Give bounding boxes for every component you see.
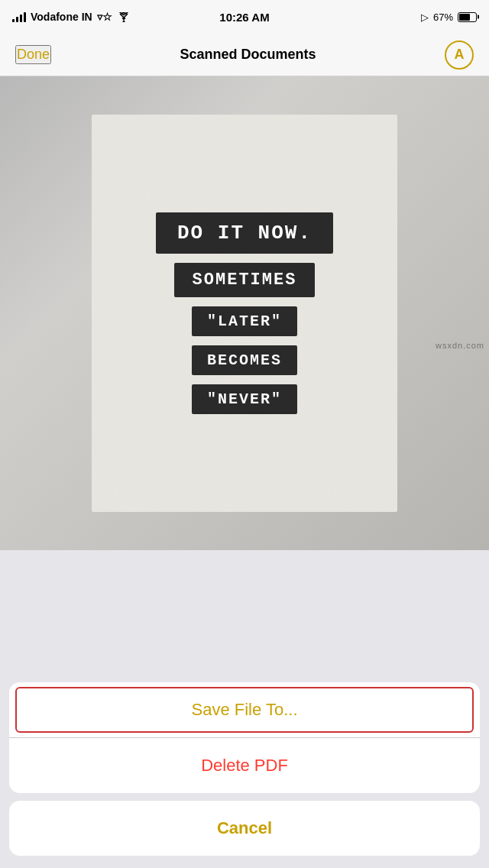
document-paper: DO IT NOW. SOMETIMES "LATER" BECOMES "NE…	[92, 115, 397, 512]
battery-fill	[459, 14, 470, 21]
quote-line-4: BECOMES	[192, 345, 297, 375]
status-left: Vodafone IN ▿☆	[12, 11, 131, 23]
delete-pdf-button[interactable]: Delete PDF	[9, 738, 480, 793]
wifi-icon	[117, 12, 131, 22]
watermark: wsxdn.com	[431, 339, 489, 351]
quote-line-2: SOMETIMES	[174, 263, 316, 297]
action-sheet-group: Save File To... Delete PDF	[9, 682, 480, 793]
quote-line-1: DO IT NOW.	[156, 212, 333, 254]
page-title: Scanned Documents	[180, 47, 316, 63]
avatar[interactable]: A	[445, 40, 474, 70]
action-sheet: Save File To... Delete PDF Cancel	[0, 682, 489, 868]
carrier-label: Vodafone IN	[31, 11, 92, 23]
navigation-bar: Done Scanned Documents A	[0, 34, 489, 76]
status-right: ▷ 67%	[421, 11, 477, 23]
done-button[interactable]: Done	[15, 45, 51, 64]
cancel-button[interactable]: Cancel	[9, 801, 480, 856]
document-preview: DO IT NOW. SOMETIMES "LATER" BECOMES "NE…	[0, 76, 489, 550]
battery-icon	[458, 12, 477, 22]
signal-icon	[12, 11, 26, 22]
quote-line-3: "LATER"	[192, 306, 297, 336]
location-icon: ▷	[421, 11, 429, 23]
wifi-icon: ▿☆	[97, 11, 112, 23]
status-bar: Vodafone IN ▿☆ 10:26 AM ▷ 67%	[0, 0, 489, 34]
quote-line-5: "NEVER"	[192, 384, 297, 414]
status-time: 10:26 AM	[219, 11, 269, 24]
battery-percent: 67%	[433, 11, 453, 23]
save-file-button[interactable]: Save File To...	[15, 687, 474, 733]
save-file-row: Save File To...	[9, 682, 480, 738]
svg-point-0	[122, 20, 125, 22]
